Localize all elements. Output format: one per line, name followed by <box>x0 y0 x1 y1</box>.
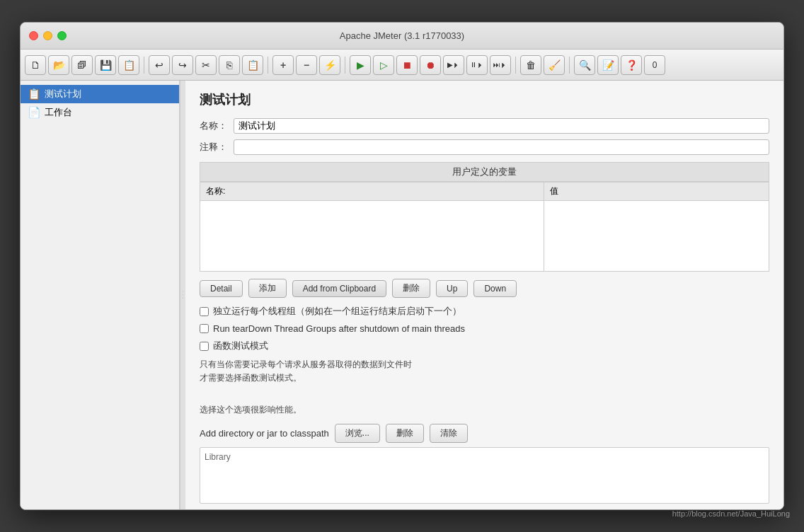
clear-all-btn[interactable]: 🧹 <box>544 55 565 75</box>
checkbox-label-2: Run tearDown Thread Groups after shutdow… <box>213 323 465 334</box>
variables-body <box>200 201 769 272</box>
shutdown-btn[interactable]: ⏺ <box>420 55 441 75</box>
new-btn[interactable]: 🗋 <box>25 55 46 75</box>
sidebar: 📋 测试计划 📄 工作台 <box>21 81 180 509</box>
close-button[interactable] <box>29 31 38 40</box>
workbench-icon: 📄 <box>28 106 40 119</box>
clear-btn[interactable]: 🗑 <box>520 55 541 75</box>
checkbox-row-2: Run tearDown Thread Groups after shutdow… <box>200 323 769 334</box>
add-btn[interactable]: + <box>272 55 294 75</box>
toolbar: 🗋 📂 🗊 💾 📋 ↩ ↪ ✂ ⎘ 📋 + − ⚡ ▶ ▷ ⏹ ⏺ ▶⏵ ⏸⏵ … <box>21 50 783 81</box>
search-btn[interactable]: 🔍 <box>574 55 595 75</box>
num-btn: 0 <box>644 55 665 75</box>
title-bar: Apache JMeter (3.1 r1770033) <box>21 23 783 50</box>
sidebar-item-test-plan[interactable]: 📋 测试计划 <box>21 85 179 103</box>
checkbox-row-3: 函数测试模式 <box>200 340 769 352</box>
sep2 <box>268 57 268 74</box>
deploy-btn[interactable]: ⚡ <box>319 55 340 75</box>
close-file-btn[interactable]: 🗊 <box>71 55 93 75</box>
maximize-button[interactable] <box>57 31 67 40</box>
save-btn[interactable]: 💾 <box>95 55 116 75</box>
save2-btn[interactable]: 📋 <box>118 55 139 75</box>
info-text-1: 只有当你需要记录每个请求从服务器取得的数据到文件时 才需要选择函数测试模式。 <box>200 358 769 385</box>
variables-table: 名称: 值 <box>200 182 769 272</box>
help-btn[interactable]: ❓ <box>621 55 642 75</box>
start-btn[interactable]: ▶ <box>350 55 371 75</box>
up-button[interactable]: Up <box>436 280 468 297</box>
down-button[interactable]: Down <box>473 280 517 297</box>
comment-label: 注释： <box>200 141 228 154</box>
remote-exit-btn[interactable]: ⏭⏵ <box>490 55 511 75</box>
watermark: http://blog.csdn.net/Java_HuiLong <box>672 509 790 518</box>
comment-row: 注释： <box>200 139 769 155</box>
checkbox-row-1: 独立运行每个线程组（例如在一个组运行结束后启动下一个） <box>200 305 769 318</box>
clear-classpath-button[interactable]: 清除 <box>430 424 468 443</box>
delete-classpath-button[interactable]: 删除 <box>386 424 424 443</box>
sidebar-item-label-workbench: 工作台 <box>45 106 72 119</box>
sidebar-item-label-test-plan: 测试计划 <box>45 88 81 100</box>
sep4 <box>515 57 516 74</box>
panel-title: 测试计划 <box>200 91 769 108</box>
sidebar-item-workbench[interactable]: 📄 工作台 <box>21 103 179 122</box>
stop-btn[interactable]: ⏹ <box>396 55 418 75</box>
checkbox-teardown[interactable] <box>200 324 209 333</box>
name-row: 名称： <box>200 118 769 134</box>
remove-btn[interactable]: − <box>296 55 317 75</box>
open-btn[interactable]: 📂 <box>48 55 69 75</box>
checkbox-run-each-thread-group[interactable] <box>200 307 209 316</box>
table-row-empty <box>200 201 769 272</box>
classpath-label: Add directory or jar to classpath <box>200 428 329 439</box>
sidebar-resize-handle[interactable]: · · · <box>180 81 185 509</box>
browse-button[interactable]: 浏览... <box>335 424 380 443</box>
remote-start-btn[interactable]: ▶⏵ <box>443 55 464 75</box>
variables-btn-row: Detail 添加 Add from Clipboard 删除 Up Down <box>200 279 769 298</box>
minimize-button[interactable] <box>43 31 52 40</box>
delete-variable-button[interactable]: 删除 <box>392 279 430 298</box>
sep1 <box>144 57 144 74</box>
cut-btn[interactable]: ✂ <box>195 55 217 75</box>
test-plan-icon: 📋 <box>28 88 40 100</box>
paste-btn[interactable]: 📋 <box>242 55 263 75</box>
sep5 <box>569 57 570 74</box>
name-input[interactable] <box>234 118 769 134</box>
checkbox-label-3: 函数测试模式 <box>213 340 268 352</box>
content-area: 📋 测试计划 📄 工作台 · · · 测试计划 名称： 注释： <box>21 81 783 509</box>
undo-btn[interactable]: ↩ <box>149 55 170 75</box>
classpath-row: Add directory or jar to classpath 浏览... … <box>200 424 769 443</box>
comment-input[interactable] <box>234 139 769 155</box>
library-label: Library <box>205 452 231 462</box>
start-no-pause-btn[interactable]: ▷ <box>373 55 394 75</box>
checkbox-functional-mode[interactable] <box>200 342 209 351</box>
add-variable-button[interactable]: 添加 <box>248 279 287 298</box>
main-panel: 测试计划 名称： 注释： 用户定义的变量 名称: 值 <box>185 81 783 509</box>
variables-section-header: 用户定义的变量 <box>200 162 769 182</box>
col-value-header: 值 <box>544 183 769 201</box>
redo-btn[interactable]: ↪ <box>172 55 193 75</box>
window-title: Apache JMeter (3.1 r1770033) <box>340 30 464 41</box>
add-clipboard-button[interactable]: Add from Clipboard <box>292 280 386 297</box>
checkbox-label-1: 独立运行每个线程组（例如在一个组运行结束后启动下一个） <box>213 305 461 318</box>
name-label: 名称： <box>200 120 228 132</box>
detail-button[interactable]: Detail <box>200 280 243 297</box>
log-btn[interactable]: 📝 <box>597 55 619 75</box>
library-box: Library <box>200 447 769 504</box>
sep3 <box>345 57 345 74</box>
remote-stop-btn[interactable]: ⏸⏵ <box>466 55 488 75</box>
copy-btn[interactable]: ⎘ <box>219 55 240 75</box>
info-text-2: 选择这个选项很影响性能。 <box>200 389 769 416</box>
traffic-lights <box>29 31 67 40</box>
main-window: Apache JMeter (3.1 r1770033) 🗋 📂 🗊 💾 📋 ↩… <box>20 22 784 510</box>
col-name-header: 名称: <box>200 183 544 201</box>
